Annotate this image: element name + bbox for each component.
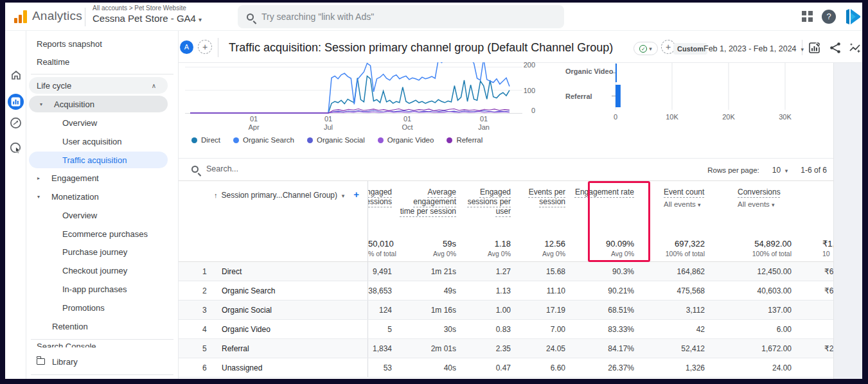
chart-legend: DirectOrganic SearchOrganic SocialOrgani… bbox=[191, 136, 483, 144]
help-icon[interactable]: ? bbox=[822, 10, 836, 24]
line-chart-x-tick-jan: 01Jan bbox=[471, 115, 497, 132]
reports-sidebar: Reports snapshot Realtime Life cycle ∧ ▾… bbox=[26, 31, 179, 379]
column-header-engaged-sessions-per-user[interactable]: Engaged sessions per user bbox=[461, 181, 516, 234]
sessions-line-chart[interactable] bbox=[185, 62, 522, 114]
sidebar-item-reports-snapshot[interactable]: Reports snapshot bbox=[26, 35, 179, 52]
table-row[interactable]: 2Organic Search 38,653 49s 1.13 11.10 90… bbox=[179, 281, 833, 301]
search-icon bbox=[247, 13, 254, 21]
sidebar-item-checkout-journey[interactable]: Checkout journey bbox=[26, 262, 179, 279]
bar-chart-category-referral: Referral bbox=[565, 92, 592, 100]
sidebar-divider bbox=[31, 74, 173, 74]
add-dimension-button[interactable]: + bbox=[353, 189, 359, 200]
sidebar-item-promotions[interactable]: Promotions bbox=[26, 299, 179, 316]
user-avatar-logo[interactable] bbox=[844, 8, 862, 26]
event-count-filter[interactable]: All events ▾ bbox=[664, 200, 710, 210]
sidebar-divider bbox=[31, 339, 173, 340]
legend-dot-icon bbox=[447, 137, 452, 143]
column-header-events-per-session[interactable]: Events per session bbox=[516, 181, 571, 234]
advertising-icon[interactable] bbox=[8, 140, 24, 156]
sidebar-item-realtime[interactable]: Realtime bbox=[26, 53, 179, 70]
appbar-divider bbox=[85, 8, 85, 26]
totals-conversions: 54,892.00100% of total bbox=[710, 234, 797, 261]
sidebar-item-acquisition-overview[interactable]: Overview bbox=[26, 114, 179, 131]
sidebar-section-life-cycle[interactable]: Life cycle ∧ bbox=[29, 77, 168, 94]
table-search-input[interactable] bbox=[206, 164, 335, 173]
column-header-event-count[interactable]: Event count All events ▾ bbox=[639, 181, 710, 234]
column-header-revenue-clipped bbox=[797, 181, 833, 234]
channel-name: Organic Search bbox=[222, 286, 275, 295]
legend-item[interactable]: Organic Search bbox=[233, 136, 294, 144]
sidebar-item-in-app-purchases[interactable]: In-app purchases bbox=[26, 281, 179, 297]
svg-text:10K: 10K bbox=[666, 113, 678, 121]
checkmark-icon: ✓ bbox=[639, 45, 647, 53]
totals-revenue-clipped: ₹1,510 bbox=[797, 234, 833, 261]
sidebar-item-acquisition[interactable]: ▾ Acquisition bbox=[29, 96, 168, 112]
rows-per-page-label: Rows per page: bbox=[707, 166, 759, 174]
add-comparison-button[interactable]: + bbox=[198, 40, 212, 54]
explore-icon[interactable] bbox=[8, 115, 24, 131]
sidebar-item-ecommerce-purchases[interactable]: Ecommerce purchases bbox=[26, 225, 179, 242]
totals-engagement-rate: 90.09%Avg 0% bbox=[571, 234, 639, 261]
column-header-conversions[interactable]: Conversions All events ▾ bbox=[710, 181, 797, 234]
global-search[interactable] bbox=[238, 5, 564, 28]
sidebar-item-monetization[interactable]: ▾ Monetization bbox=[26, 188, 179, 205]
sessions-bar-chart[interactable]: 010K20K30K bbox=[609, 63, 821, 124]
caret-down-icon[interactable]: ▾ bbox=[342, 193, 345, 199]
global-search-input[interactable] bbox=[261, 12, 531, 22]
table-controls: Rows per page: 10 ▾ 1-6 of 6 bbox=[179, 159, 833, 181]
dimension-column-header[interactable]: ↑Session primary...Channel Group) ▾+ bbox=[179, 181, 368, 234]
table-header-row: ↑Session primary...Channel Group) ▾+ Eng… bbox=[179, 181, 833, 234]
sidebar-section-search-console[interactable]: Search Console bbox=[26, 342, 179, 347]
date-range-selector[interactable]: Feb 1, 2023 - Feb 1, 2024 ▾ bbox=[704, 44, 804, 53]
table-search[interactable] bbox=[191, 164, 335, 173]
column-header-avg-engagement-time[interactable]: Average engagement time per session bbox=[397, 181, 461, 234]
traffic-table: ↑Session primary...Channel Group) ▾+ Eng… bbox=[179, 181, 833, 378]
analytics-logo-icon[interactable] bbox=[14, 10, 30, 23]
channel-name: Organic Social bbox=[222, 306, 272, 315]
legend-item[interactable]: Organic Social bbox=[307, 136, 365, 144]
caret-down-icon: ▾ bbox=[785, 168, 788, 174]
legend-item[interactable]: Direct bbox=[191, 136, 220, 144]
caret-down-icon[interactable]: ▾ bbox=[40, 101, 54, 107]
share-icon[interactable] bbox=[829, 42, 842, 55]
report-status-button[interactable]: ✓ ▾ bbox=[633, 42, 658, 55]
sidebar-item-monetization-overview[interactable]: Overview bbox=[26, 207, 179, 223]
report-avatar-chip[interactable]: A bbox=[180, 40, 193, 54]
column-header-engaged-sessions[interactable]: Engaged sessions bbox=[368, 181, 397, 234]
breadcrumb[interactable]: All accounts > Pet Store Website bbox=[93, 4, 186, 12]
sidebar-item-engagement[interactable]: ▸ Engagement bbox=[26, 170, 179, 186]
reports-icon[interactable] bbox=[8, 94, 24, 110]
column-header-engagement-rate[interactable]: Engagement rate bbox=[571, 181, 639, 234]
insights-icon[interactable] bbox=[849, 42, 862, 55]
caret-right-icon[interactable]: ▸ bbox=[37, 175, 51, 181]
caret-down-icon[interactable]: ▾ bbox=[37, 194, 51, 200]
line-chart-x-tick-apr: 01Apr bbox=[241, 115, 267, 132]
caret-down-icon: ▾ bbox=[698, 202, 701, 208]
apps-grid-icon[interactable] bbox=[802, 11, 813, 22]
rows-per-page-selector[interactable]: 10 ▾ bbox=[772, 166, 788, 175]
svg-text:20K: 20K bbox=[722, 113, 735, 121]
table-row[interactable]: 1Direct 9,491 1m 21s 1.27 15.68 90.3% 16… bbox=[179, 262, 833, 281]
legend-item[interactable]: Organic Video bbox=[378, 136, 434, 144]
edit-chart-icon[interactable] bbox=[808, 42, 821, 55]
line-chart-x-tick-oct: 01Oct bbox=[394, 115, 420, 132]
svg-text:30K: 30K bbox=[779, 113, 792, 121]
sidebar-item-user-acquisition[interactable]: User acquisition bbox=[26, 133, 179, 150]
analytics-app: Analytics All accounts > Pet Store Websi… bbox=[5, 3, 862, 379]
scroll-gutter[interactable] bbox=[833, 63, 862, 379]
table-row[interactable]: 4Organic Video 5 30s 0.83 7.00 83.33% 42… bbox=[179, 320, 833, 339]
sidebar-divider bbox=[31, 374, 173, 375]
sidebar-item-retention[interactable]: Retention bbox=[26, 318, 179, 335]
home-icon[interactable] bbox=[8, 67, 24, 83]
pagination: Rows per page: 10 ▾ 1-6 of 6 bbox=[707, 159, 827, 181]
table-row[interactable]: 6Unassigned 53 40s 0.47 6.60 26.37% 1,32… bbox=[179, 358, 833, 378]
sidebar-item-purchase-journey[interactable]: Purchase journey bbox=[26, 243, 179, 260]
sidebar-item-traffic-acquisition[interactable]: Traffic acquisition bbox=[29, 152, 168, 168]
sidebar-item-library[interactable]: Library bbox=[26, 353, 179, 370]
table-row[interactable]: 5Referral 1,834 2m 01s 2.35 24.05 84.17%… bbox=[179, 339, 833, 358]
property-selector[interactable]: Cessna Pet Store - GA4▾ bbox=[93, 13, 202, 24]
legend-item[interactable]: Referral bbox=[447, 136, 483, 144]
channel-name: Direct bbox=[222, 267, 242, 276]
conversions-filter[interactable]: All events ▾ bbox=[738, 200, 797, 210]
table-row[interactable]: 3Organic Social 124 1m 16s 1.00 17.19 68… bbox=[179, 301, 833, 320]
